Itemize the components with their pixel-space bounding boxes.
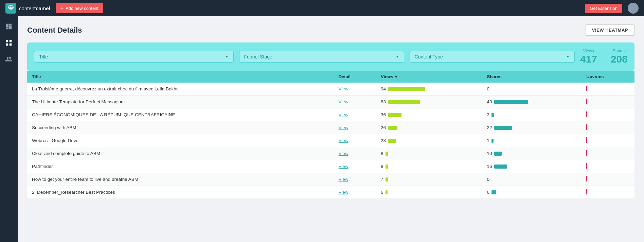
stats-group: Views 417 Shares 208 xyxy=(580,49,628,65)
views-cell: 36 xyxy=(376,108,482,121)
title-cell: CAHIERS ÉCONOMIQUES DE LA RÉPUBLIQUE CEN… xyxy=(27,108,334,121)
upvotes-cell xyxy=(582,186,634,199)
upvote-indicator xyxy=(586,176,587,182)
shares-cell: 6 xyxy=(482,186,582,199)
shares-bar xyxy=(491,190,496,194)
upvotes-cell xyxy=(582,83,634,96)
view-link[interactable]: View xyxy=(339,112,348,117)
top-nav: contentcamel + Add new content Get Exten… xyxy=(0,0,644,16)
upvote-indicator xyxy=(586,99,587,104)
sidebar-item-users[interactable] xyxy=(4,54,14,64)
view-link[interactable]: View xyxy=(339,164,348,169)
shares-bar xyxy=(491,113,494,117)
views-bar xyxy=(388,126,397,130)
svg-point-4 xyxy=(10,6,10,7)
shares-bar xyxy=(494,152,502,156)
upvotes-cell xyxy=(582,160,634,173)
view-link[interactable]: View xyxy=(339,125,348,130)
detail-cell[interactable]: View xyxy=(334,83,376,96)
svg-point-7 xyxy=(12,5,13,6)
views-bar xyxy=(388,87,425,91)
shares-cell: 22 xyxy=(482,121,582,134)
chevron-down-icon: ▼ xyxy=(225,55,229,58)
shares-cell: 0 xyxy=(482,173,582,186)
upvotes-cell xyxy=(582,96,634,108)
table-row: Webres - Google DriveView231 xyxy=(27,134,634,147)
views-cell: 8 xyxy=(376,160,482,173)
sidebar xyxy=(0,16,18,242)
view-heatmap-button[interactable]: VIEW HEATMAP xyxy=(586,24,634,36)
upvotes-header: Upvotes xyxy=(582,71,634,83)
shares-cell: 1 xyxy=(482,134,582,147)
title-cell: 2. December_Researcher Best Practices xyxy=(27,186,334,199)
views-cell: 83 xyxy=(376,96,482,108)
shares-bar xyxy=(494,165,507,169)
filter-bar: Title ▼ Funnel Stage ▼ Content Type ▼ Vi… xyxy=(27,42,634,71)
view-link[interactable]: View xyxy=(339,138,348,143)
detail-cell[interactable]: View xyxy=(334,147,376,160)
table-row: CAHIERS ÉCONOMIQUES DE LA RÉPUBLIQUE CEN… xyxy=(27,108,634,121)
table-row: La Troisième guerre, découvrez un extrai… xyxy=(27,83,634,96)
sidebar-item-dashboard[interactable] xyxy=(4,22,14,31)
upvotes-cell xyxy=(582,147,634,160)
detail-cell[interactable]: View xyxy=(334,173,376,186)
views-stat: Views 417 xyxy=(580,49,597,65)
detail-cell[interactable]: View xyxy=(334,134,376,147)
page-header: Content Details VIEW HEATMAP xyxy=(27,24,634,36)
table-row: The Ultimate Template for Perfect Messag… xyxy=(27,96,634,108)
page-title: Content Details xyxy=(27,26,82,35)
view-link[interactable]: View xyxy=(339,151,348,156)
detail-cell[interactable]: View xyxy=(334,121,376,134)
shares-cell: 10 xyxy=(482,147,582,160)
shares-bar xyxy=(494,100,528,104)
views-cell: 23 xyxy=(376,134,482,147)
view-link[interactable]: View xyxy=(339,86,348,91)
chevron-down-icon: ▼ xyxy=(396,55,399,58)
view-link[interactable]: View xyxy=(339,99,348,104)
shares-bar xyxy=(494,126,512,130)
detail-cell[interactable]: View xyxy=(334,186,376,199)
logo-text: contentcamel xyxy=(19,5,50,11)
add-content-button[interactable]: + Add new content xyxy=(56,3,103,13)
shares-header: Shares xyxy=(482,71,582,83)
shares-bar xyxy=(491,139,494,143)
upvotes-cell xyxy=(582,108,634,121)
view-link[interactable]: View xyxy=(339,177,348,182)
plus-icon: + xyxy=(60,5,64,11)
funnel-stage-filter[interactable]: Funnel Stage ▼ xyxy=(239,51,404,63)
upvote-indicator xyxy=(586,111,587,117)
main-content: Content Details VIEW HEATMAP Title ▼ Fun… xyxy=(18,16,644,242)
content-table-container: Title Detail Views ▼ Shares Upvotes La T… xyxy=(27,71,634,199)
svg-point-6 xyxy=(8,5,10,6)
title-cell: La Troisième guerre, découvrez un extrai… xyxy=(27,83,334,96)
title-cell: How to get your entire team to live and … xyxy=(27,173,334,186)
get-extension-button[interactable]: Get Extension xyxy=(585,4,622,13)
detail-cell[interactable]: View xyxy=(334,160,376,173)
table-row: PathfinderView816 xyxy=(27,160,634,173)
table-row: Clear and complete guide to ABMView810 xyxy=(27,147,634,160)
upvote-indicator xyxy=(586,124,587,130)
title-filter[interactable]: Title ▼ xyxy=(34,51,234,63)
chevron-down-icon: ▼ xyxy=(566,55,570,58)
detail-cell[interactable]: View xyxy=(334,108,376,121)
content-type-filter[interactable]: Content Type ▼ xyxy=(410,51,575,63)
upvote-indicator xyxy=(586,163,587,169)
views-cell: 7 xyxy=(376,173,482,186)
upvote-indicator xyxy=(586,150,587,156)
table-row: Succeeding with ABMView2622 xyxy=(27,121,634,134)
title-cell: Pathfinder xyxy=(27,160,334,173)
view-link[interactable]: View xyxy=(339,190,348,195)
detail-header: Detail xyxy=(334,71,376,83)
title-cell: Succeeding with ABM xyxy=(27,121,334,134)
views-bar xyxy=(388,113,401,117)
upvote-indicator xyxy=(586,137,587,143)
sidebar-item-grid[interactable] xyxy=(4,38,14,48)
avatar xyxy=(628,3,639,14)
shares-cell: 43 xyxy=(482,96,582,108)
detail-cell[interactable]: View xyxy=(334,96,376,108)
views-cell: 26 xyxy=(376,121,482,134)
views-bar xyxy=(386,165,388,169)
shares-cell: 3 xyxy=(482,108,582,121)
views-bar xyxy=(386,177,388,182)
upvotes-cell xyxy=(582,121,634,134)
